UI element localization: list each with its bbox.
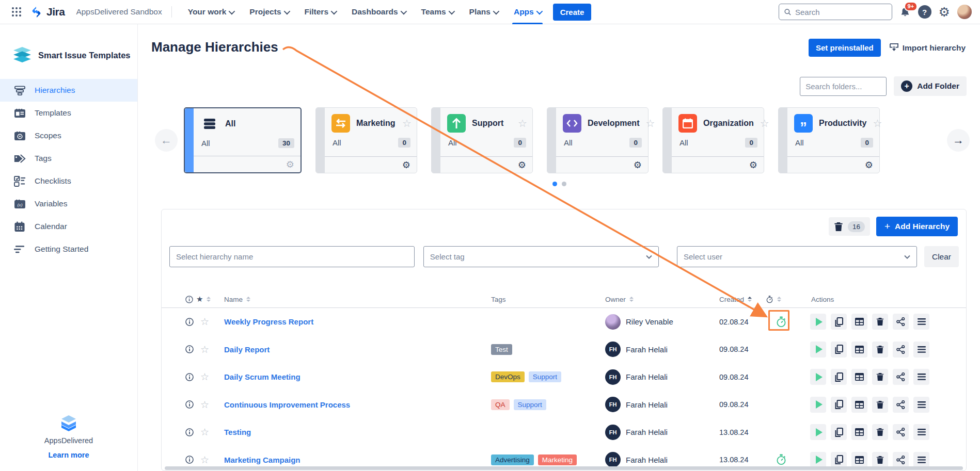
folder-settings-gear-icon[interactable]: ⚙ [865, 160, 873, 170]
copy-button[interactable] [831, 342, 847, 358]
copy-button[interactable] [831, 369, 847, 385]
search-folders-input[interactable] [800, 77, 887, 96]
jira-logo[interactable]: Jira [30, 6, 65, 19]
star-icon[interactable]: ☆ [873, 118, 882, 128]
nav-menu-plans[interactable]: Plans [463, 0, 507, 24]
run-button[interactable] [810, 342, 826, 358]
table-view-button[interactable] [851, 424, 867, 440]
star-icon[interactable]: ☆ [200, 427, 209, 437]
run-button[interactable] [810, 314, 826, 330]
copy-button[interactable] [831, 314, 847, 330]
user-filter-select[interactable]: Select user [677, 246, 917, 267]
share-button[interactable] [893, 397, 909, 413]
folder-card-support[interactable]: Support ☆ All 0 ⚙ [431, 107, 533, 173]
star-icon[interactable]: ☆ [645, 118, 655, 128]
sidebar-item-tags[interactable]: Tags [0, 147, 137, 170]
run-button[interactable] [810, 452, 826, 468]
folder-card-productivity[interactable]: ” Productivity ☆ All 0 ⚙ [778, 107, 880, 173]
folder-settings-gear-icon[interactable]: ⚙ [634, 160, 642, 170]
create-button[interactable]: Create [553, 4, 592, 21]
settings-gear-icon[interactable]: ⚙ [939, 6, 950, 19]
share-button[interactable] [893, 424, 909, 440]
carousel-next-button[interactable]: → [947, 129, 970, 152]
folder-settings-gear-icon[interactable]: ⚙ [749, 160, 757, 170]
app-switcher-icon[interactable] [8, 4, 25, 20]
carousel-dot-1[interactable] [552, 182, 557, 186]
star-icon[interactable]: ☆ [760, 118, 769, 128]
info-icon[interactable] [185, 345, 194, 353]
more-button[interactable] [913, 314, 929, 330]
table-view-button[interactable] [851, 397, 867, 413]
info-icon[interactable] [185, 456, 194, 464]
star-icon[interactable]: ☆ [200, 345, 209, 354]
star-icon[interactable]: ☆ [200, 372, 209, 382]
sidebar-item-getting-started[interactable]: Getting Started [0, 238, 137, 261]
delete-button[interactable] [872, 397, 888, 413]
copy-button[interactable] [831, 397, 847, 413]
run-button[interactable] [810, 397, 826, 413]
nav-menu-filters[interactable]: Filters [298, 0, 345, 24]
delete-button[interactable] [872, 314, 888, 330]
global-search[interactable] [779, 4, 892, 20]
more-button[interactable] [913, 397, 929, 413]
sidebar-item-calendar[interactable]: Calendar [0, 215, 137, 238]
import-hierarchy-button[interactable]: Import hierarchy [889, 43, 966, 53]
folder-card-marketing[interactable]: Marketing ☆ All 0 ⚙ [315, 107, 417, 173]
star-icon[interactable]: ☆ [402, 118, 412, 128]
info-icon[interactable] [185, 373, 194, 381]
learn-more-link[interactable]: Learn more [49, 451, 89, 459]
more-button[interactable] [913, 342, 929, 358]
copy-button[interactable] [831, 452, 847, 468]
sort-icon[interactable] [748, 297, 752, 302]
hierarchy-name-link[interactable]: Daily Scrum Meeting [224, 372, 491, 381]
sort-icon[interactable] [207, 297, 211, 302]
carousel-prev-button[interactable]: ← [155, 129, 178, 152]
sidebar-item-hierarchies[interactable]: Hierarchies [0, 79, 137, 102]
folder-card-organization[interactable]: Organization ☆ All 0 ⚙ [662, 107, 764, 173]
nav-menu-projects[interactable]: Projects [243, 0, 297, 24]
delete-button[interactable] [872, 342, 888, 358]
column-created[interactable]: Created [719, 296, 766, 303]
table-view-button[interactable] [851, 314, 867, 330]
hierarchy-name-filter[interactable] [169, 246, 415, 267]
delete-button[interactable] [872, 452, 888, 468]
search-input[interactable] [795, 8, 887, 17]
bulk-delete-button[interactable]: 16 [829, 217, 870, 236]
share-button[interactable] [893, 369, 909, 385]
sidebar-item-checklists[interactable]: Checklists [0, 170, 137, 192]
schedule-timer-icon[interactable] [766, 316, 797, 328]
star-icon[interactable]: ☆ [200, 455, 209, 465]
share-button[interactable] [893, 314, 909, 330]
hierarchy-name-link[interactable]: Continuous Improvement Process [224, 400, 491, 409]
nav-menu-apps[interactable]: Apps [507, 0, 548, 24]
notifications-button[interactable]: 9+ [899, 6, 911, 18]
help-icon[interactable]: ? [918, 5, 931, 19]
folder-settings-gear-icon[interactable]: ⚙ [286, 160, 294, 169]
set-preinstalled-button[interactable]: Set preinstalled [809, 39, 881, 57]
delete-button[interactable] [872, 369, 888, 385]
folder-settings-gear-icon[interactable]: ⚙ [402, 160, 410, 170]
column-owner[interactable]: Owner [605, 296, 719, 303]
copy-button[interactable] [831, 424, 847, 440]
hierarchy-name-link[interactable]: Testing [224, 428, 491, 436]
star-icon[interactable]: ☆ [200, 317, 209, 327]
folder-card-development[interactable]: Development ☆ All 0 ⚙ [547, 107, 649, 173]
info-icon[interactable] [185, 318, 194, 326]
more-button[interactable] [913, 369, 929, 385]
more-button[interactable] [913, 424, 929, 440]
share-button[interactable] [893, 452, 909, 468]
hierarchy-name-link[interactable]: Daily Report [224, 345, 491, 354]
run-button[interactable] [810, 369, 826, 385]
table-view-button[interactable] [851, 452, 867, 468]
table-view-button[interactable] [851, 369, 867, 385]
info-icon[interactable] [185, 428, 194, 436]
column-schedule[interactable] [766, 296, 797, 303]
star-icon[interactable]: ★ [196, 295, 203, 304]
more-button[interactable] [913, 452, 929, 468]
star-icon[interactable]: ☆ [518, 118, 527, 128]
hierarchy-name-link[interactable]: Weekly Progress Report [224, 317, 491, 326]
folder-settings-gear-icon[interactable]: ⚙ [518, 160, 526, 170]
clear-filters-button[interactable]: Clear [924, 246, 959, 267]
schedule-timer-icon[interactable] [766, 454, 797, 465]
sidebar-item-templates[interactable]: Templates [0, 102, 137, 124]
